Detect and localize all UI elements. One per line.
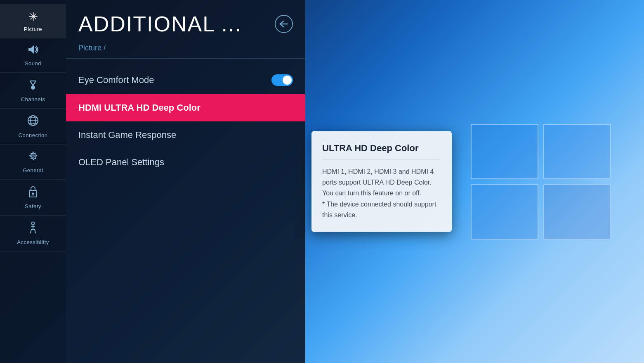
menu-item-instant-game-response[interactable]: Instant Game Response [66, 121, 305, 149]
info-card-title: ULTRA HD Deep Color [322, 142, 441, 159]
sidebar-item-label-general: General [23, 167, 43, 173]
menu-item-hdmi-ultra-hd[interactable]: HDMI ULTRA HD Deep Color [66, 94, 305, 121]
sidebar-item-accessibility[interactable]: Accessibility [0, 216, 66, 251]
win-pane-br [543, 184, 611, 240]
svg-line-3 [33, 81, 36, 85]
sidebar-item-general[interactable]: General [0, 145, 66, 180]
windows-logo [471, 124, 611, 240]
svg-point-10 [32, 155, 34, 157]
svg-marker-0 [28, 45, 34, 54]
sidebar-item-channels[interactable]: Channels [0, 73, 66, 109]
oled-panel-settings-label: OLED Panel Settings [78, 157, 164, 168]
connection-icon [27, 114, 39, 130]
breadcrumb: Picture / [66, 40, 305, 59]
menu-item-oled-panel-settings[interactable]: OLED Panel Settings [66, 149, 305, 176]
instant-game-response-label: Instant Game Response [78, 130, 176, 140]
sidebar-item-label-safety: Safety [25, 203, 41, 209]
sidebar-item-label-sound: Sound [25, 60, 41, 66]
sidebar-item-connection[interactable]: Connection [0, 109, 66, 145]
sidebar-item-label-accessibility: Accessibility [17, 239, 49, 245]
info-card-text: HDMI 1, HDMI 2, HDMI 3 and HDMI 4 ports … [322, 168, 436, 218]
accessibility-icon [27, 221, 39, 237]
win-pane-tl [471, 124, 538, 179]
hdmi-ultra-hd-label: HDMI ULTRA HD Deep Color [78, 102, 201, 113]
svg-line-2 [30, 81, 33, 85]
panel-title: ADDITIONAL ... [78, 12, 242, 36]
win-pane-bl [471, 184, 538, 240]
picture-icon: ✳ [28, 10, 38, 24]
general-icon [27, 150, 39, 165]
eye-comfort-toggle[interactable] [271, 74, 293, 86]
sidebar-item-sound[interactable]: Sound [0, 38, 66, 73]
menu-item-eye-comfort-mode[interactable]: Eye Comfort Mode [66, 66, 305, 94]
win-pane-tr [543, 124, 611, 179]
sound-icon [27, 44, 39, 58]
info-card: ULTRA HD Deep Color HDMI 1, HDMI 2, HDMI… [311, 131, 452, 232]
sidebar: ✳ Picture Sound Channels [0, 0, 66, 363]
sidebar-item-label-channels: Channels [21, 96, 45, 102]
back-button[interactable] [275, 15, 293, 33]
panel-header: ADDITIONAL ... [66, 0, 305, 40]
toggle-knob [283, 76, 292, 85]
sidebar-item-picture[interactable]: ✳ Picture [0, 4, 66, 38]
info-card-body: HDMI 1, HDMI 2, HDMI 3 and HDMI 4 ports … [322, 166, 441, 221]
svg-point-1 [31, 85, 35, 90]
menu-list: Eye Comfort Mode HDMI ULTRA HD Deep Colo… [66, 62, 305, 363]
svg-point-14 [32, 222, 35, 225]
sidebar-item-safety[interactable]: Safety [0, 180, 66, 216]
eye-comfort-mode-label: Eye Comfort Mode [78, 75, 154, 85]
sidebar-item-label-connection: Connection [19, 132, 48, 138]
sidebar-item-label-picture: Picture [24, 26, 42, 32]
main-panel: ADDITIONAL ... Picture / Eye Comfort Mod… [66, 0, 305, 363]
safety-icon [28, 185, 38, 201]
svg-point-12 [32, 193, 34, 195]
channels-icon [27, 78, 39, 94]
